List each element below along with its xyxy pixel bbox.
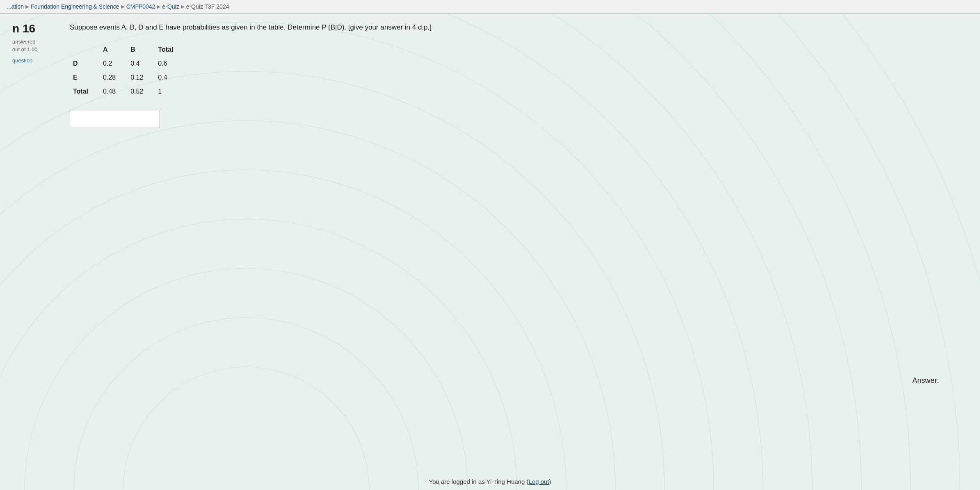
table-cell-d-b: 0.4 (127, 57, 155, 71)
table-header-a: A (100, 43, 127, 57)
logout-link[interactable]: Log out (528, 478, 549, 485)
breadcrumb-sep-3: ▶ (157, 4, 160, 9)
table-header-empty (70, 43, 100, 57)
table-header-total: Total (155, 43, 185, 57)
breadcrumb-item-current: e-Quiz T3F 2024 (186, 3, 229, 10)
table-row-e-label: E (70, 71, 100, 85)
question-number: n 16 (12, 22, 57, 35)
flag-link[interactable]: question (12, 57, 57, 64)
breadcrumb-item-home[interactable]: ...ation (7, 3, 24, 10)
breadcrumb: ...ation ▶ Foundation Engineering & Scie… (0, 0, 980, 14)
footer-text: You are logged in as Yi Ting Huang ( (429, 478, 529, 485)
table-cell-total-total: 1 (155, 85, 185, 98)
table-header-b: B (127, 43, 155, 57)
answer-input[interactable] (70, 111, 160, 128)
breadcrumb-sep-1: ▶ (25, 4, 29, 9)
breadcrumb-item-equiz[interactable]: e-Quiz (162, 3, 179, 10)
question-text: Suppose events A, B, D and E have probab… (70, 22, 968, 33)
answer-label: Answer: (912, 376, 939, 385)
table-cell-d-total: 0.6 (155, 57, 185, 71)
table-row-total-label: Total (70, 85, 100, 98)
breadcrumb-item-foundation[interactable]: Foundation Engineering & Science (31, 3, 119, 10)
table-cell-e-b: 0.12 (127, 71, 155, 85)
breadcrumb-sep-2: ▶ (121, 4, 125, 9)
probability-table: A B Total D 0.2 0.4 0.6 E 0.28 (70, 43, 185, 98)
answer-input-row (70, 111, 968, 128)
table-row-d: D 0.2 0.4 0.6 (70, 57, 185, 71)
question-sidebar: n 16 answered out of 1.00 question (12, 22, 57, 479)
footer-text-end: ) (549, 478, 551, 485)
table-cell-total-b: 0.52 (127, 85, 155, 98)
table-row-e: E 0.28 0.12 0.4 (70, 71, 185, 85)
question-content: Suppose events A, B, D and E have probab… (66, 22, 968, 479)
breadcrumb-item-cmfp[interactable]: CMFP0042 (126, 3, 155, 10)
status-label: answered (12, 39, 57, 45)
score-label: out of 1.00 (12, 46, 57, 53)
table-cell-e-total: 0.4 (155, 71, 185, 85)
table-cell-e-a: 0.28 (100, 71, 127, 85)
breadcrumb-sep-4: ▶ (181, 4, 185, 9)
table-row-total: Total 0.48 0.52 1 (70, 85, 185, 98)
table-row-d-label: D (70, 57, 100, 71)
footer: You are logged in as Yi Ting Huang (Log … (0, 473, 980, 490)
table-cell-total-a: 0.48 (100, 85, 127, 98)
table-cell-d-a: 0.2 (100, 57, 127, 71)
